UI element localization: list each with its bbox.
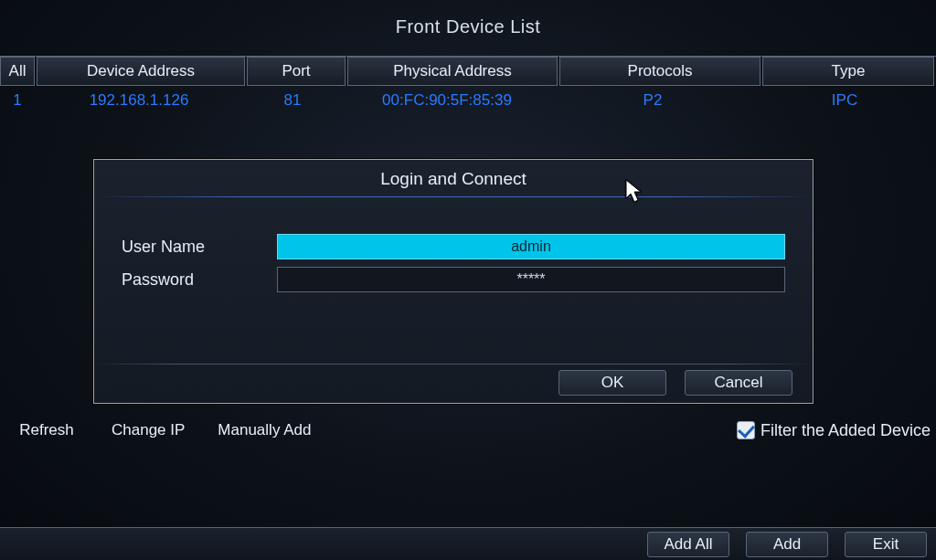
modal-title: Login and Connect	[94, 160, 813, 196]
col-header-type[interactable]: Type	[762, 57, 934, 86]
col-header-port[interactable]: Port	[247, 57, 346, 86]
cell-physical-address: 00:FC:90:5F:85:39	[342, 86, 552, 115]
cell-index: 1	[0, 86, 35, 115]
modal-button-row: OK Cancel	[558, 370, 792, 396]
username-input[interactable]: admin	[277, 234, 785, 259]
device-table: All Device Address Port Physical Address…	[0, 56, 936, 115]
exit-button[interactable]: Exit	[845, 532, 927, 557]
col-header-protocols[interactable]: Protocols	[559, 57, 760, 86]
username-row: User Name admin	[94, 234, 813, 259]
window-title: Front Device List	[0, 0, 936, 37]
bottom-bar: Add All Add Exit	[0, 527, 936, 560]
modal-divider	[94, 196, 813, 197]
col-header-device-address[interactable]: Device Address	[37, 57, 245, 86]
action-row: Refresh Change IP Manually Add Filter th…	[0, 418, 936, 442]
modal-footer-divider	[94, 364, 813, 365]
add-button[interactable]: Add	[746, 532, 828, 557]
col-header-physical-address[interactable]: Physical Address	[347, 57, 558, 86]
password-label: Password	[122, 270, 277, 290]
add-all-button[interactable]: Add All	[647, 532, 729, 557]
manually-add-button[interactable]: Manually Add	[208, 418, 320, 442]
refresh-button[interactable]: Refresh	[5, 418, 88, 442]
cell-type: IPC	[753, 86, 936, 115]
filter-label: Filter the Added Device	[760, 421, 931, 440]
password-row: Password *****	[94, 267, 813, 292]
cancel-button[interactable]: Cancel	[685, 370, 792, 396]
col-header-index[interactable]: All	[0, 57, 35, 86]
table-header-row: All Device Address Port Physical Address…	[0, 57, 936, 86]
cell-port: 81	[243, 86, 342, 115]
ok-button[interactable]: OK	[558, 370, 666, 396]
cell-device-address: 192.168.1.126	[35, 86, 243, 115]
filter-checkbox-icon[interactable]	[737, 421, 755, 439]
table-row[interactable]: 1 192.168.1.126 81 00:FC:90:5F:85:39 P2 …	[0, 86, 936, 115]
login-modal: Login and Connect User Name admin Passwo…	[93, 159, 814, 404]
cell-protocols: P2	[552, 86, 753, 115]
password-input[interactable]: *****	[277, 267, 785, 292]
change-ip-button[interactable]: Change IP	[102, 418, 194, 442]
filter-added-device[interactable]: Filter the Added Device	[737, 421, 931, 440]
username-label: User Name	[122, 238, 277, 257]
